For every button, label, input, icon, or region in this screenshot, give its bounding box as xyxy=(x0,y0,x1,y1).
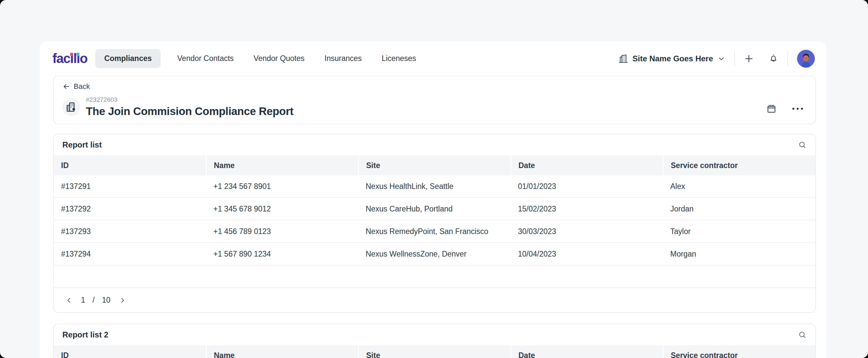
cell-date: 15/02/2023 xyxy=(510,198,663,220)
table-header-row: ID Name Site Date Service contractor xyxy=(54,156,815,175)
table-header-row: ID Name Site Date Service contractor xyxy=(54,346,815,358)
column-header-service-contractor: Service contractor xyxy=(663,156,815,175)
search-button[interactable] xyxy=(798,140,807,149)
more-options-button[interactable] xyxy=(792,107,803,110)
page-separator: / xyxy=(93,296,95,305)
cell-name: +1 567 890 1234 xyxy=(206,242,358,265)
report-icon-circle xyxy=(62,98,80,116)
cell-site: Nexus CareHub, Portland xyxy=(358,198,510,220)
facilio-logo[interactable]: facılıo xyxy=(53,51,87,66)
notifications-button[interactable] xyxy=(769,54,778,64)
bell-icon xyxy=(769,54,778,64)
app-screen: facılıo Compliances Vendor Contacts Vend… xyxy=(0,0,868,358)
column-header-name: Name xyxy=(206,156,358,175)
report-list-2-title: Report list 2 xyxy=(62,330,108,339)
cell-date: 01/01/2023 xyxy=(510,175,663,198)
total-pages: 10 xyxy=(102,296,111,305)
cell-service-contractor: Alex xyxy=(663,175,815,198)
column-header-name: Name xyxy=(206,346,358,358)
column-header-site: Site xyxy=(358,156,510,175)
back-label: Back xyxy=(74,82,90,91)
site-selector-label: Site Name Goes Here xyxy=(632,54,713,63)
report-list-2-table: ID Name Site Date Service contractor xyxy=(54,346,815,358)
table-row: #137292 +1 345 678 9012 Nexus CareHub, P… xyxy=(54,198,815,220)
calendar-button[interactable] xyxy=(766,103,777,114)
column-header-id: ID xyxy=(54,156,206,175)
main-nav: Compliances Vendor Contacts Vendor Quote… xyxy=(95,49,420,68)
table-row: #137294 +1 567 890 1234 Nexus WellnessZo… xyxy=(54,242,815,265)
top-navigation-bar: facılıo Compliances Vendor Contacts Vend… xyxy=(40,41,826,75)
cell-site: Nexus WellnessZone, Denver xyxy=(358,242,510,265)
building-icon xyxy=(618,54,628,64)
cell-site: Nexus RemedyPoint, San Francisco xyxy=(358,220,510,242)
nav-tab-liceneses[interactable]: Liceneses xyxy=(378,49,420,68)
page-title: The Join Commision Compliance Report xyxy=(86,105,293,118)
cell-id: #137293 xyxy=(54,220,206,242)
cell-name: +1 345 678 9012 xyxy=(206,198,358,220)
arrow-left-icon xyxy=(62,83,70,91)
logo-dot-teal-icon xyxy=(76,53,80,56)
topbar-divider xyxy=(787,51,788,66)
logo-dot-pink-icon xyxy=(70,53,73,56)
cell-name: +1 234 567 8901 xyxy=(206,175,358,198)
chevron-down-icon xyxy=(717,55,725,63)
search-button[interactable] xyxy=(798,330,807,339)
building-badge-icon xyxy=(65,101,77,113)
ellipsis-icon xyxy=(792,107,803,110)
empty-row xyxy=(54,265,815,288)
cell-service-contractor: Jordan xyxy=(663,198,815,220)
calendar-icon xyxy=(766,103,777,114)
cell-name: +1 456 789 0123 xyxy=(206,220,358,242)
column-header-id: ID xyxy=(54,346,206,358)
chevron-left-icon xyxy=(65,297,73,304)
add-button[interactable] xyxy=(744,54,754,64)
cell-date: 10/04/2023 xyxy=(510,242,663,265)
topbar-divider xyxy=(734,51,735,66)
cell-id: #137291 xyxy=(54,175,206,198)
search-icon xyxy=(798,330,807,339)
column-header-site: Site xyxy=(358,346,510,358)
nav-tab-vendor-contacts[interactable]: Vendor Contacts xyxy=(174,49,237,68)
site-selector-dropdown[interactable]: Site Name Goes Here xyxy=(618,54,725,64)
report-list-table: ID Name Site Date Service contractor #13… xyxy=(54,156,815,288)
column-header-date: Date xyxy=(510,156,663,175)
cell-site: Nexus HealthLink, Seattle xyxy=(358,175,510,198)
user-avatar[interactable] xyxy=(797,50,815,68)
cell-service-contractor: Morgan xyxy=(663,242,815,265)
pagination: 1 / 10 xyxy=(54,288,815,312)
next-page-button[interactable] xyxy=(118,296,127,305)
nav-tab-compliances[interactable]: Compliances xyxy=(95,49,161,68)
cell-id: #137292 xyxy=(54,198,206,220)
cell-date: 30/03/2023 xyxy=(510,220,663,242)
cell-service-contractor: Taylor xyxy=(663,220,815,242)
current-page: 1 xyxy=(81,296,85,305)
report-list-card: Report list ID Name Site Date xyxy=(53,134,816,313)
chevron-right-icon xyxy=(119,297,126,304)
nav-tab-insurances[interactable]: Insurances xyxy=(321,49,365,68)
column-header-date: Date xyxy=(510,346,663,358)
plus-icon xyxy=(744,54,754,64)
column-header-service-contractor: Service contractor xyxy=(663,346,815,358)
search-icon xyxy=(798,140,807,149)
main-card: facılıo Compliances Vendor Contacts Vend… xyxy=(40,41,826,358)
report-list-title: Report list xyxy=(62,140,102,150)
report-id: #23272603 xyxy=(86,96,293,103)
report-header-card: Back #2327 xyxy=(53,75,816,124)
table-row: #137293 +1 456 789 0123 Nexus RemedyPoin… xyxy=(54,220,815,242)
nav-tab-vendor-quotes[interactable]: Vendor Quotes xyxy=(250,49,308,68)
back-button[interactable]: Back xyxy=(62,82,90,91)
report-list-2-card: Report list 2 ID Name Site Date xyxy=(53,324,816,358)
previous-page-button[interactable] xyxy=(64,296,74,305)
table-row: #137291 +1 234 567 8901 Nexus HealthLink… xyxy=(54,175,815,198)
cell-id: #137294 xyxy=(54,242,206,265)
